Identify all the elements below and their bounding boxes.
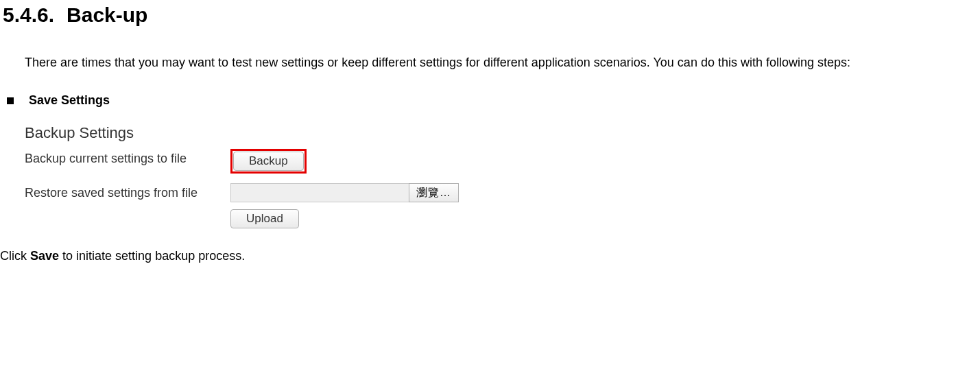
closing-bold: Save: [30, 249, 59, 263]
upload-button[interactable]: Upload: [230, 209, 299, 228]
browse-button[interactable]: 瀏覽…: [409, 183, 459, 202]
heading-title: Back-up: [67, 3, 147, 26]
restore-row-label: Restore saved settings from file: [25, 183, 230, 200]
intro-paragraph: There are times that you may want to tes…: [0, 51, 980, 74]
panel-title: Backup Settings: [25, 124, 980, 142]
closing-post: to initiate setting backup process.: [59, 249, 245, 263]
heading-number: 5.4.6.: [3, 3, 54, 27]
backup-button[interactable]: Backup: [233, 152, 304, 171]
closing-paragraph: Click Save to initiate setting backup pr…: [0, 249, 980, 263]
backup-row-label: Backup current settings to file: [25, 149, 230, 166]
section-heading: 5.4.6.Back-up: [0, 3, 980, 27]
restore-row: Restore saved settings from file 瀏覽… Upl…: [25, 183, 980, 228]
backup-settings-panel: Backup Settings Backup current settings …: [25, 124, 980, 228]
closing-pre: Click: [0, 249, 30, 263]
highlight-box: Backup: [230, 149, 307, 174]
bullet-item: Save Settings: [0, 93, 980, 108]
backup-row: Backup current settings to file Backup: [25, 149, 980, 174]
square-bullet-icon: [7, 97, 14, 104]
file-picker: 瀏覽…: [230, 183, 459, 202]
bullet-label: Save Settings: [29, 93, 110, 108]
restore-controls: 瀏覽… Upload: [230, 183, 459, 228]
file-path-input[interactable]: [230, 183, 409, 202]
